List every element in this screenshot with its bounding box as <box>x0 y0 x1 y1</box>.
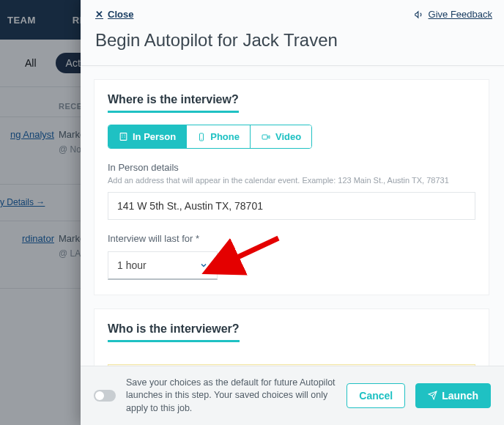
video-icon <box>261 133 271 141</box>
send-icon <box>428 391 437 400</box>
in-person-details-label: In Person details <box>108 162 475 173</box>
svg-rect-4 <box>125 137 125 138</box>
svg-rect-7 <box>262 135 267 139</box>
launch-label: Launch <box>442 390 478 402</box>
phone-icon <box>197 133 206 141</box>
section-heading-location: Where is the interview? <box>108 93 239 113</box>
section-heading-interviewer: Who is the interviewer? <box>108 322 240 342</box>
launch-button[interactable]: Launch <box>415 383 491 408</box>
cancel-button[interactable]: Cancel <box>346 383 405 408</box>
modal-footer: Save your choices as the default for fut… <box>81 366 504 426</box>
save-default-label: Save your choices as the default for fut… <box>126 377 336 415</box>
interviewer-card: Who is the interviewer? Users who have n… <box>94 308 489 366</box>
give-feedback-link[interactable]: Give Feedback <box>414 9 492 20</box>
tab-video[interactable]: Video <box>251 125 311 148</box>
duration-label: Interview will last for * <box>108 233 475 244</box>
building-icon <box>119 132 128 141</box>
svg-rect-0 <box>120 133 127 141</box>
close-icon: ✕ <box>95 9 103 20</box>
duration-value: 1 hour <box>117 259 147 271</box>
duration-select[interactable]: 1 hour <box>108 251 218 280</box>
close-label: Close <box>108 9 133 20</box>
megaphone-icon <box>414 10 424 20</box>
close-button[interactable]: ✕ Close <box>95 9 133 20</box>
location-type-segment: In Person Phone Video <box>108 125 312 149</box>
interview-location-card: Where is the interview? In Person Phone <box>94 79 489 295</box>
svg-rect-1 <box>122 135 122 136</box>
tab-in-person[interactable]: In Person <box>108 125 187 148</box>
tab-label: Phone <box>210 131 240 142</box>
tab-label: Video <box>275 131 301 142</box>
tab-phone[interactable]: Phone <box>187 125 251 148</box>
feedback-label: Give Feedback <box>429 9 492 20</box>
tab-label: In Person <box>133 131 176 142</box>
svg-rect-3 <box>122 137 122 138</box>
modal-title: Begin Autopilot for Jack Traven <box>81 24 504 65</box>
autopilot-modal: ✕ Close Give Feedback Begin Autopilot fo… <box>81 0 504 425</box>
in-person-details-help: Add an address that will appear in the c… <box>108 176 475 185</box>
chevron-down-icon <box>199 261 208 270</box>
address-input[interactable] <box>108 192 475 220</box>
save-default-toggle[interactable] <box>94 390 116 402</box>
svg-rect-2 <box>125 135 125 136</box>
